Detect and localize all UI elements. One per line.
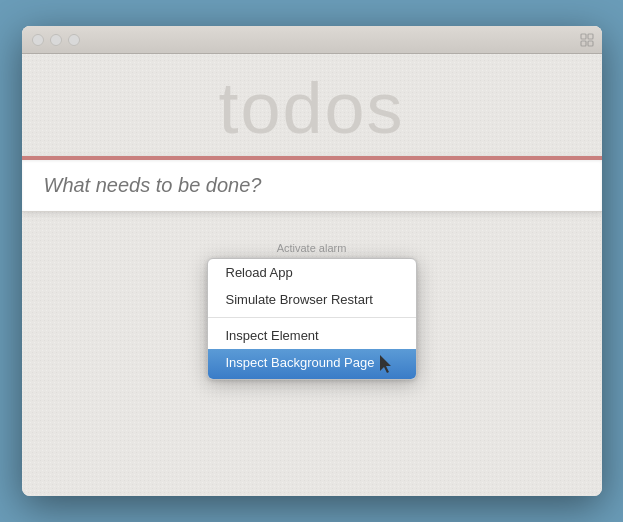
menu-item-reload-app[interactable]: Reload App	[208, 259, 416, 286]
svg-rect-0	[581, 34, 586, 39]
menu-separator	[208, 317, 416, 318]
menu-item-simulate-browser-restart[interactable]: Simulate Browser Restart	[208, 286, 416, 313]
app-window: todos Activate alarm Reload App Simulate…	[22, 26, 602, 496]
svg-rect-3	[588, 41, 593, 46]
menu-item-inspect-background-page[interactable]: Inspect Background Page	[208, 349, 416, 379]
input-section	[22, 156, 602, 212]
svg-rect-2	[581, 41, 586, 46]
cursor-icon	[380, 355, 392, 373]
title-bar	[22, 26, 602, 54]
close-button[interactable]	[32, 34, 44, 46]
context-menu-area: Activate alarm Reload App Simulate Brows…	[22, 212, 602, 380]
window-content: todos Activate alarm Reload App Simulate…	[22, 54, 602, 380]
menu-item-inspect-element[interactable]: Inspect Element	[208, 322, 416, 349]
maximize-button[interactable]	[68, 34, 80, 46]
context-menu: Reload App Simulate Browser Restart Insp…	[207, 258, 417, 380]
svg-rect-1	[588, 34, 593, 39]
resize-icon	[580, 33, 594, 47]
minimize-button[interactable]	[50, 34, 62, 46]
todo-input[interactable]	[22, 160, 602, 211]
traffic-lights	[32, 34, 80, 46]
activate-alarm-label: Activate alarm	[277, 242, 347, 254]
app-title: todos	[22, 54, 602, 156]
